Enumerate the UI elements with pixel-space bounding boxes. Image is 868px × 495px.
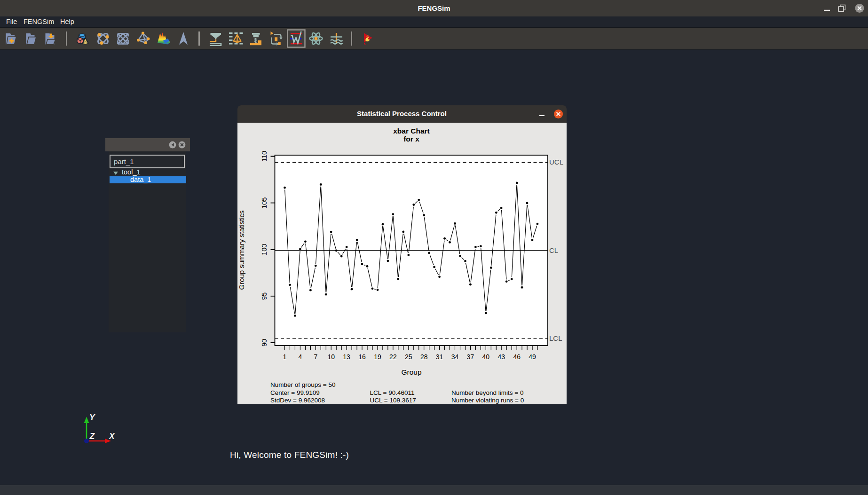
svg-text:110: 110 <box>260 151 268 162</box>
svg-text:for x: for x <box>403 135 419 143</box>
svg-text:UCL: UCL <box>549 158 563 166</box>
svg-text:49: 49 <box>529 353 536 361</box>
svg-text:CL: CL <box>549 246 558 254</box>
svg-text:22: 22 <box>389 353 397 361</box>
svg-text:31: 31 <box>435 353 443 361</box>
svg-text:7: 7 <box>314 353 317 361</box>
svg-text:40: 40 <box>482 353 489 361</box>
svg-text:46: 46 <box>513 353 521 361</box>
svg-text:10: 10 <box>327 353 335 361</box>
svg-text:4: 4 <box>298 353 302 361</box>
svg-text:16: 16 <box>358 353 366 361</box>
svg-text:Number violating runs = 0: Number violating runs = 0 <box>451 397 524 404</box>
svg-text:Number beyond limits = 0: Number beyond limits = 0 <box>451 389 523 396</box>
svg-text:Y: Y <box>89 413 95 422</box>
svg-text:105: 105 <box>260 197 268 209</box>
svg-text:Group: Group <box>401 368 421 376</box>
svg-text:43: 43 <box>497 353 505 361</box>
svg-text:34: 34 <box>451 353 458 361</box>
svg-text:xbar Chart: xbar Chart <box>393 127 430 135</box>
svg-text:Group summary statistics: Group summary statistics <box>237 210 245 290</box>
svg-text:UCL = 109.3617: UCL = 109.3617 <box>370 397 416 404</box>
svg-text:LCL = 90.46011: LCL = 90.46011 <box>370 389 414 396</box>
svg-text:100: 100 <box>260 244 268 255</box>
svg-text:19: 19 <box>374 353 381 361</box>
svg-text:Center = 99.9109: Center = 99.9109 <box>270 389 320 396</box>
svg-text:13: 13 <box>343 353 350 361</box>
svg-text:StdDev = 9.962008: StdDev = 9.962008 <box>270 397 325 404</box>
svg-text:95: 95 <box>260 292 268 300</box>
svg-text:28: 28 <box>420 353 427 361</box>
svg-text:25: 25 <box>405 353 412 361</box>
svg-text:LCL: LCL <box>549 334 562 342</box>
svg-text:1: 1 <box>283 353 286 361</box>
svg-text:Z: Z <box>89 432 95 441</box>
svg-text:X: X <box>109 432 115 441</box>
svg-text:Number of groups = 50: Number of groups = 50 <box>270 381 335 388</box>
svg-text:90: 90 <box>260 339 268 346</box>
svg-text:37: 37 <box>466 353 474 361</box>
